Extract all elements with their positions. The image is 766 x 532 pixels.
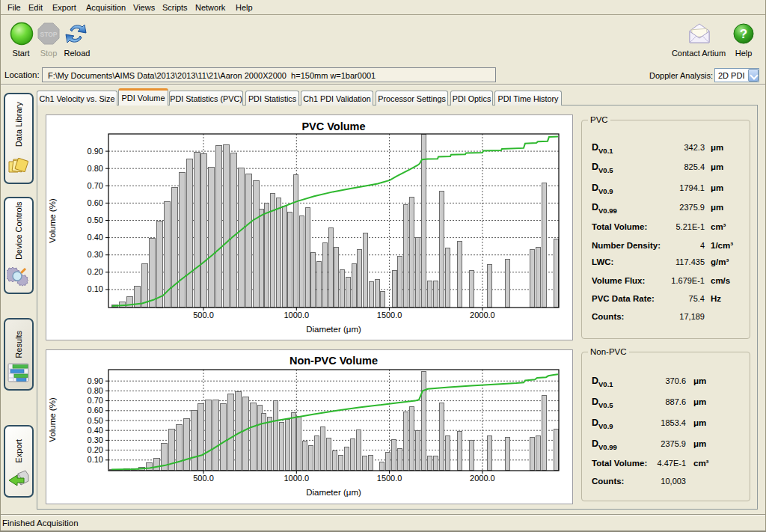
svg-text:1500.0: 1500.0 xyxy=(377,474,402,483)
svg-text:0.90: 0.90 xyxy=(88,147,103,156)
svg-text:2000.0: 2000.0 xyxy=(470,311,495,319)
svg-text:0.20: 0.20 xyxy=(88,445,103,454)
svg-text:0.30: 0.30 xyxy=(88,250,103,259)
svg-text:1000.0: 1000.0 xyxy=(284,311,309,319)
svg-text:500.0: 500.0 xyxy=(193,311,214,319)
svg-text:0.60: 0.60 xyxy=(88,406,103,415)
svg-text:1000.0: 1000.0 xyxy=(284,474,309,483)
svg-text:0.10: 0.10 xyxy=(88,284,103,293)
svg-text:?: ? xyxy=(740,27,747,41)
svg-text:0.30: 0.30 xyxy=(88,435,103,444)
svg-text:Volume (%): Volume (%) xyxy=(48,397,57,442)
svg-text:2000.0: 2000.0 xyxy=(470,474,495,483)
svg-text:PVC Volume: PVC Volume xyxy=(301,120,365,132)
svg-text:0.90: 0.90 xyxy=(88,376,103,385)
svg-text:0.70: 0.70 xyxy=(88,396,103,405)
svg-text:0.60: 0.60 xyxy=(88,198,103,207)
svg-text:Diameter (μm): Diameter (μm) xyxy=(306,488,361,497)
svg-text:0.20: 0.20 xyxy=(88,267,103,276)
svg-text:0.50: 0.50 xyxy=(88,215,103,224)
svg-text:0.80: 0.80 xyxy=(88,164,103,173)
svg-text:0.40: 0.40 xyxy=(88,426,103,435)
svg-text:Volume (%): Volume (%) xyxy=(48,198,57,243)
svg-text:0.10: 0.10 xyxy=(88,455,103,464)
svg-text:0.50: 0.50 xyxy=(88,416,103,425)
svg-text:STOP: STOP xyxy=(40,31,58,38)
svg-text:0.80: 0.80 xyxy=(88,386,103,395)
svg-text:Non-PVC Volume: Non-PVC Volume xyxy=(289,355,378,367)
svg-text:Diameter (μm): Diameter (μm) xyxy=(306,325,361,334)
svg-text:500.0: 500.0 xyxy=(193,474,214,483)
svg-text:1500.0: 1500.0 xyxy=(377,311,402,319)
svg-text:0.70: 0.70 xyxy=(88,181,103,190)
svg-text:0.40: 0.40 xyxy=(88,233,103,242)
